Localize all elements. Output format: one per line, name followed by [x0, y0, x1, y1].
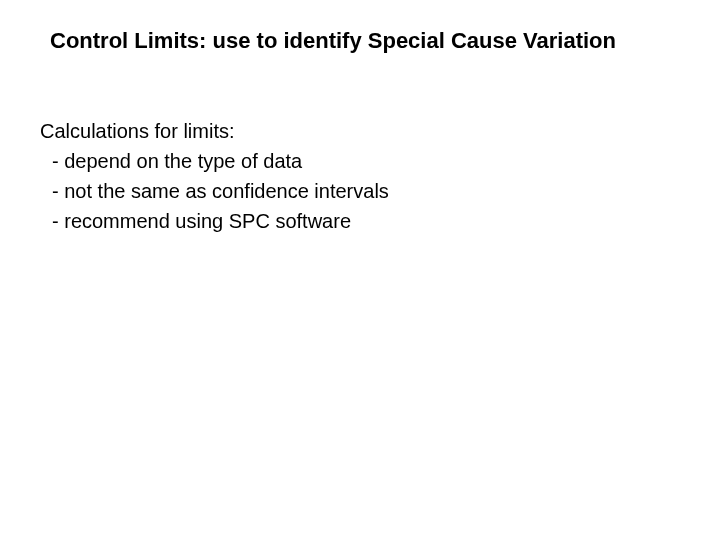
intro-text: Calculations for limits: [40, 116, 680, 146]
bullet-item: - not the same as confidence intervals [40, 176, 680, 206]
slide-body: Calculations for limits: - depend on the… [40, 116, 680, 236]
bullet-item: - recommend using SPC software [40, 206, 680, 236]
slide-container: Control Limits: use to identify Special … [0, 0, 720, 276]
slide-title: Control Limits: use to identify Special … [50, 28, 680, 54]
bullet-item: - depend on the type of data [40, 146, 680, 176]
